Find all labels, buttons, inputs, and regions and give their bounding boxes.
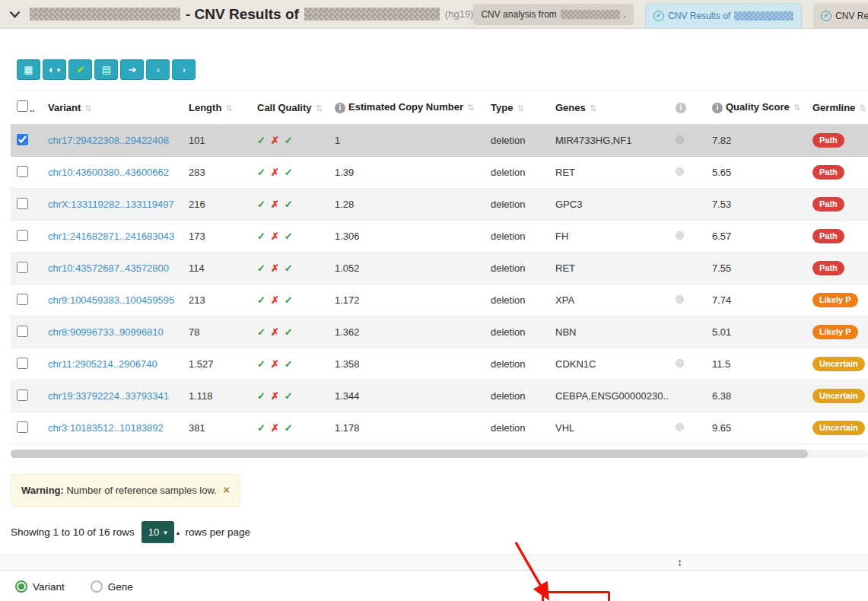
table-row[interactable]: chr3:10183512..10183892 381 ✓✗✓ 1.178 de… <box>11 412 868 444</box>
germline-cell: Likely P <box>806 316 868 348</box>
germline-cell: Uncertain <box>806 412 868 444</box>
call-quality-cell: ✓✗✓ <box>251 221 329 253</box>
radio-icon[interactable] <box>91 580 103 593</box>
visibility-button[interactable]: ◐▾ <box>43 59 66 80</box>
sort-icon[interactable]: ⇅ <box>225 103 232 113</box>
sort-icon[interactable]: ⇅ <box>84 103 91 113</box>
horizontal-scrollbar[interactable] <box>11 450 868 458</box>
variant-link[interactable]: chr3:10183512..10183892 <box>48 422 164 434</box>
tab-cnv-results[interactable]: ✓ CNV Results of <box>813 3 868 29</box>
page-size-dropdown[interactable]: 10 ▾ <box>141 521 174 543</box>
genes-cell: XPA <box>549 285 669 316</box>
copy-number-cell: 1.178 <box>329 412 485 444</box>
resize-handle-icon[interactable]: ↕ <box>677 556 682 568</box>
row-checkbox[interactable] <box>17 326 28 337</box>
variant-link[interactable]: chr9:100459383..100459595 <box>48 294 174 306</box>
table-row[interactable]: chr9:100459383..100459595 213 ✓✗✓ 1.172 … <box>11 285 868 316</box>
germline-badge: Path <box>812 261 844 275</box>
column-call-quality[interactable]: Call Quality⇅ <box>251 91 329 125</box>
variant-link[interactable]: chr10:43600380..43600662 <box>48 167 169 178</box>
length-cell: 78 <box>183 316 251 348</box>
sort-icon[interactable]: ⇅ <box>793 103 800 112</box>
row-checkbox[interactable] <box>17 262 28 273</box>
column-length[interactable]: Length⇅ <box>183 91 251 125</box>
radio-label: Gene <box>108 581 133 593</box>
sort-icon[interactable]: ⇅ <box>316 103 323 113</box>
table-row[interactable]: chr10:43572687..43572800 114 ✓✗✓ 1.052 d… <box>11 253 868 285</box>
select-all-checkbox[interactable] <box>17 100 28 112</box>
row-checkbox[interactable] <box>17 421 28 433</box>
column-type[interactable]: Type⇅ <box>485 91 549 125</box>
sort-icon[interactable]: ⇅ <box>859 103 866 113</box>
variant-link[interactable]: chr19:33792224..33793341 <box>48 390 169 402</box>
check-icon: ✓ <box>257 422 265 434</box>
cross-icon: ✗ <box>271 231 279 242</box>
panel-splitter[interactable]: ↕ <box>0 555 868 571</box>
copy-number-cell: 1.306 <box>329 221 485 253</box>
tab-cnv-results-active[interactable]: ✓ CNV Results of <box>645 3 802 29</box>
check-icon: ✓ <box>257 135 265 146</box>
collapse-chevron-icon[interactable] <box>9 11 21 18</box>
germline-badge: Likely P <box>812 293 858 307</box>
table-row[interactable]: chrX:133119282..133119497 216 ✓✗✓ 1.28 d… <box>11 189 868 221</box>
next-page-button[interactable]: › <box>172 59 196 80</box>
close-icon[interactable]: × <box>223 485 230 494</box>
row-checkbox[interactable] <box>17 390 28 401</box>
sort-icon[interactable]: ⇅ <box>590 103 596 113</box>
table-row[interactable]: chr1:241682871..241683043 173 ✓✗✓ 1.306 … <box>11 221 868 253</box>
table-row[interactable]: chr17:29422308..29422408 101 ✓✗✓ 1 delet… <box>11 125 868 157</box>
column-variant[interactable]: Variant⇅ <box>42 91 183 125</box>
column-copy-number[interactable]: iEstimated Copy Number⇅ <box>329 91 485 125</box>
info-dot-cell <box>669 125 706 157</box>
sort-icon[interactable]: ⇅ <box>467 103 474 112</box>
variant-link[interactable]: chr11:2905214..2906740 <box>48 358 157 370</box>
row-checkbox[interactable] <box>17 358 28 369</box>
tab-label: CNV Results of <box>668 11 730 21</box>
column-germline[interactable]: Germline⇅ <box>806 91 868 125</box>
view-mode-radios: Variant Gene <box>15 580 868 593</box>
row-checkbox[interactable] <box>17 294 28 305</box>
genes-cell: CEBPA,ENSG00000230... <box>549 380 669 412</box>
germline-badge: Path <box>812 197 844 211</box>
table-row[interactable]: chr11:2905214..2906740 1.527 ✓✗✓ 1.358 d… <box>11 348 868 380</box>
table-row[interactable]: chr8:90996733..90996810 78 ✓✗✓ 1.362 del… <box>11 316 868 348</box>
variant-link[interactable]: chr17:29422308..29422408 <box>48 135 169 146</box>
row-checkbox[interactable] <box>17 198 28 209</box>
row-checkbox[interactable] <box>17 166 28 177</box>
warning-text: Warning: Number of reference samples low… <box>21 485 217 496</box>
tab-label: CNV analysis from <box>481 9 556 20</box>
cross-icon: ✗ <box>271 390 279 402</box>
info-dot-cell <box>669 412 706 444</box>
radio-variant[interactable]: Variant <box>15 580 65 593</box>
cross-icon: ✗ <box>271 326 279 338</box>
top-header-bar: - CNV Results of (hg19) CNV analysis fro… <box>0 0 868 29</box>
table-row[interactable]: chr10:43600380..43600662 283 ✓✗✓ 1.39 de… <box>11 157 868 189</box>
prev-page-button[interactable]: ‹ <box>146 59 170 80</box>
tab-suffix: . <box>624 9 626 20</box>
row-checkbox[interactable] <box>17 230 28 241</box>
send-button[interactable]: ➔ <box>120 59 144 80</box>
variant-link[interactable]: chrX:133119282..133119497 <box>48 199 174 210</box>
row-checkbox[interactable] <box>17 134 28 145</box>
variant-link[interactable]: chr8:90996733..90996810 <box>48 326 164 338</box>
columns-button[interactable]: ▦ <box>17 59 40 80</box>
detail-panel: Variant Gene SV Details Transcripts <box>0 580 868 601</box>
variant-link[interactable]: chr10:43572687..43572800 <box>48 262 169 274</box>
chevron-right-icon: › <box>183 64 186 75</box>
tab-cnv-analysis[interactable]: CNV analysis from . <box>473 4 634 25</box>
genes-cell: VHL <box>549 412 669 444</box>
sort-icon[interactable]: ⇅ <box>517 103 523 113</box>
column-genes[interactable]: Genes⇅ <box>549 91 669 125</box>
column-quality-score[interactable]: iQuality Score⇅ <box>706 91 806 125</box>
variant-link[interactable]: chr1:241682871..241683043 <box>48 231 174 242</box>
scrollbar-thumb[interactable] <box>11 450 808 458</box>
copy-number-cell: 1.344 <box>329 380 485 412</box>
radio-gene[interactable]: Gene <box>91 580 133 593</box>
table-row[interactable]: chr19:33792224..33793341 1.118 ✓✗✓ 1.344… <box>11 380 868 412</box>
visibility-icon: ◐ <box>49 64 55 75</box>
check-icon: ✓ <box>285 422 293 434</box>
validate-button[interactable]: ✔ <box>68 59 92 80</box>
length-cell: 114 <box>183 253 251 285</box>
export-button[interactable]: ▤ <box>94 59 118 80</box>
radio-icon[interactable] <box>15 580 27 593</box>
